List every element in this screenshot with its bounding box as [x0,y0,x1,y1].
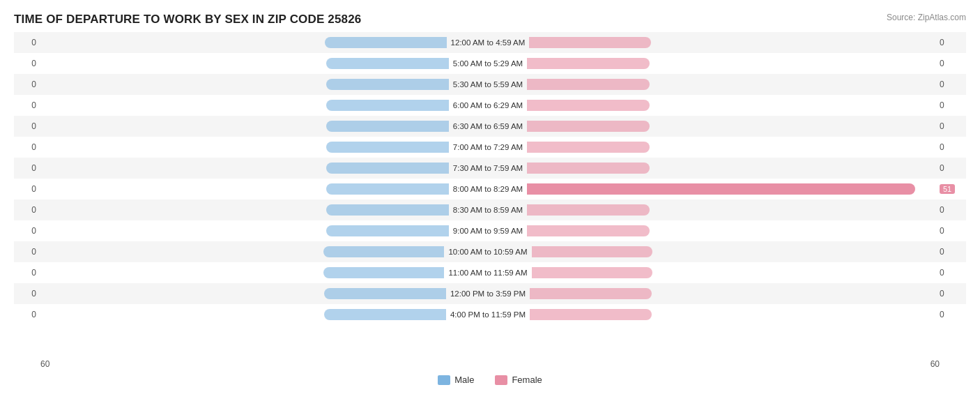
male-bar [326,183,449,195]
male-bar [323,267,445,278]
female-side [530,262,935,283]
row-label: 12:00 AM to 4:59 AM [448,38,528,47]
female-value: 0 [935,80,966,89]
legend: Male Female [14,375,966,385]
female-value: 0 [935,205,966,215]
female-bar [530,288,652,299]
female-value: 0 [935,163,966,173]
row-label: 5:00 AM to 5:29 AM [450,59,526,68]
male-bar [323,246,445,257]
row-label: 10:00 AM to 10:59 AM [445,248,530,256]
male-bar [324,288,446,299]
male-value: 0 [14,163,40,173]
female-side [526,179,935,199]
female-bar [532,267,653,278]
male-bar [326,204,449,216]
male-value: 0 [14,59,40,68]
bar-section: 6:00 AM to 6:29 AM [40,95,935,116]
table-row: 011:00 AM to 11:59 AM0 [14,262,966,283]
male-swatch [438,375,450,385]
female-bar [527,225,650,236]
female-side [526,137,935,158]
male-side [40,179,450,199]
male-bar [326,100,449,111]
female-side [528,304,935,325]
source-label: Source: ZipAtlas.com [887,13,966,22]
bar-section: 7:30 AM to 7:59 AM [40,158,935,179]
female-side [528,32,935,53]
table-row: 012:00 PM to 3:59 PM0 [14,283,966,304]
female-swatch [495,375,507,385]
male-label: Male [454,375,474,385]
row-label: 9:00 AM to 9:59 AM [450,227,526,235]
female-bar [527,142,650,153]
female-value: 0 [935,268,966,278]
female-bar [527,163,650,174]
bar-section: 8:00 AM to 8:29 AM [40,179,935,199]
female-label: Female [512,375,542,385]
male-side [40,241,445,262]
male-value: 0 [14,205,40,215]
male-bar [326,142,449,153]
female-bar [527,204,650,216]
row-label: 8:00 AM to 8:29 AM [450,185,526,193]
row-label: 6:30 AM to 6:59 AM [450,122,526,130]
bar-section: 12:00 PM to 3:59 PM [40,283,935,304]
male-side [40,262,445,283]
chart-container: TIME OF DEPARTURE TO WORK BY SEX IN ZIP … [0,0,980,415]
male-side [40,199,450,220]
male-bar [326,121,449,132]
male-bar [326,58,449,69]
female-bar [532,246,653,257]
table-row: 07:00 AM to 7:29 AM0 [14,137,966,158]
x-axis-left: 60 [40,359,49,369]
bar-section: 5:00 AM to 5:29 AM [40,53,935,74]
chart-title: TIME OF DEPARTURE TO WORK BY SEX IN ZIP … [14,13,966,27]
female-side [526,199,935,220]
female-value: 0 [935,121,966,131]
male-bar [324,309,446,320]
female-side [526,74,935,95]
female-side [526,95,935,116]
table-row: 09:00 AM to 9:59 AM0 [14,220,966,241]
bar-section: 5:30 AM to 5:59 AM [40,74,935,95]
female-value: 0 [935,310,966,319]
male-value: 0 [14,226,40,236]
row-label: 4:00 PM to 11:59 PM [447,310,528,319]
legend-female: Female [495,375,542,385]
male-bar [326,79,449,90]
female-side [530,241,935,262]
table-row: 05:00 AM to 5:29 AM0 [14,53,966,74]
male-value: 0 [14,100,40,110]
male-value: 0 [14,38,40,47]
female-value: 0 [935,226,966,236]
male-side [40,283,447,304]
female-bar [527,183,915,195]
female-side [526,116,935,137]
row-label: 5:30 AM to 5:59 AM [450,80,526,89]
table-row: 06:30 AM to 6:59 AM0 [14,116,966,137]
bar-section: 4:00 PM to 11:59 PM [40,304,935,325]
male-side [40,95,450,116]
row-label: 11:00 AM to 11:59 AM [445,269,530,277]
row-label: 7:00 AM to 7:29 AM [450,143,526,151]
chart-area: 012:00 AM to 4:59 AM005:00 AM to 5:29 AM… [14,32,966,358]
row-label: 12:00 PM to 3:59 PM [447,289,528,298]
female-bar [527,79,650,90]
female-side [528,283,935,304]
table-row: 06:00 AM to 6:29 AM0 [14,95,966,116]
male-bar [325,37,447,48]
female-value: 0 [935,100,966,110]
bar-section: 11:00 AM to 11:59 AM [40,262,935,283]
female-bar [527,121,650,132]
female-value: 0 [935,59,966,68]
table-row: 04:00 PM to 11:59 PM0 [14,304,966,325]
male-side [40,74,450,95]
bar-section: 6:30 AM to 6:59 AM [40,116,935,137]
x-axis-labels: 60 60 [14,359,966,369]
male-side [40,32,448,53]
female-value: 0 [935,289,966,299]
female-value: 0 [935,247,966,257]
male-value: 0 [14,142,40,152]
row-label: 6:00 AM to 6:29 AM [450,101,526,110]
